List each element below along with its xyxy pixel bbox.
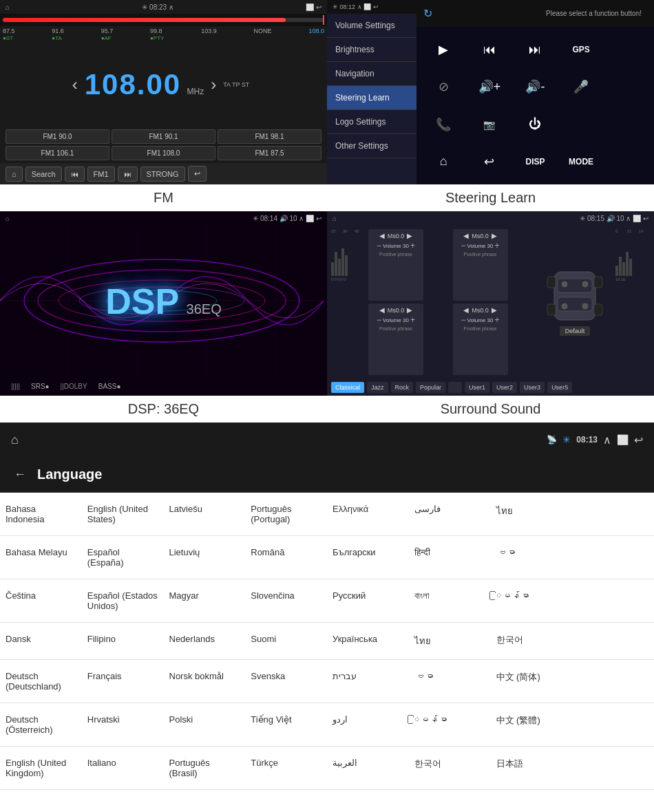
- sidebar-navigation[interactable]: Navigation: [327, 62, 416, 86]
- lang-myanmar-2[interactable]: ြမန်မာ: [409, 703, 491, 747]
- steer-play-btn[interactable]: ▶: [423, 34, 464, 65]
- z2-minus[interactable]: −: [461, 241, 466, 250]
- steer-voldown-btn[interactable]: 🔊-: [515, 71, 556, 103]
- tab-rock[interactable]: Rock: [391, 382, 414, 393]
- sidebar-volume-settings[interactable]: Volume Settings: [327, 14, 416, 38]
- preset-6[interactable]: FM1 87.5: [218, 146, 321, 160]
- z4-next[interactable]: ▶: [492, 306, 497, 314]
- z3-plus[interactable]: +: [410, 315, 415, 325]
- z1-prev[interactable]: ◀: [379, 232, 385, 239]
- lang-burmese-1[interactable]: ဗမာ: [491, 536, 573, 579]
- z3-prev[interactable]: ◀: [379, 306, 385, 314]
- lang-korean-1[interactable]: 한국어: [491, 623, 573, 660]
- tab-jazz[interactable]: Jazz: [367, 382, 388, 393]
- steer-next-btn[interactable]: ⏭: [515, 34, 556, 65]
- fm-next-btn[interactable]: ⏭: [118, 167, 138, 182]
- steer-undo-btn[interactable]: ↩: [470, 146, 510, 178]
- lang-hindi[interactable]: हिन्दी: [409, 536, 491, 579]
- lang-arabic[interactable]: العربية: [327, 747, 409, 790]
- steer-disp-btn[interactable]: DISP: [515, 146, 556, 178]
- lang-dutch[interactable]: Nederlands: [164, 623, 246, 660]
- tab-user3[interactable]: User3: [520, 382, 545, 393]
- lang-urdu[interactable]: اردو: [327, 703, 409, 747]
- lang-slovak[interactable]: Slovenčina: [245, 579, 327, 623]
- lang-portuguese-brazil[interactable]: Português (Brasil): [164, 747, 246, 790]
- lang-english-uk[interactable]: English (United Kingdom): [0, 747, 82, 790]
- surround-default-btn[interactable]: Default: [560, 326, 591, 336]
- z1-minus[interactable]: −: [377, 241, 381, 250]
- lang-greek[interactable]: Ελληνικά: [327, 493, 409, 536]
- fm-home-btn[interactable]: ⌂: [6, 167, 23, 182]
- fm-arrow-right[interactable]: ›: [211, 75, 216, 94]
- tab-user1[interactable]: User1: [465, 382, 489, 393]
- sidebar-other-settings[interactable]: Other Settings: [327, 134, 416, 158]
- lang-espanol-us[interactable]: Español (Estados Unidos): [82, 579, 164, 623]
- lang-espanol-spain[interactable]: Español (España): [82, 536, 164, 579]
- lang-bahasa-melayu[interactable]: Bahasa Melayu: [0, 536, 82, 579]
- z4-minus[interactable]: −: [461, 315, 466, 325]
- fm-arrow-left[interactable]: ‹: [72, 75, 78, 94]
- lang-croatian[interactable]: Hrvatski: [82, 703, 164, 747]
- lang-thai-1[interactable]: ไทย: [491, 493, 573, 536]
- tab-popular[interactable]: Popular: [416, 382, 445, 393]
- lang-hebrew[interactable]: עברית: [327, 660, 409, 703]
- z2-prev[interactable]: ◀: [463, 232, 469, 239]
- lang-lithuanian[interactable]: Lietuvių: [164, 536, 246, 579]
- lang-english-us[interactable]: English (United States): [82, 493, 164, 536]
- z1-plus[interactable]: +: [410, 241, 415, 250]
- lang-home-icon[interactable]: ⌂: [11, 433, 19, 447]
- z4-plus[interactable]: +: [494, 315, 499, 325]
- tab-blank[interactable]: [448, 382, 462, 393]
- z2-next[interactable]: ▶: [492, 232, 497, 239]
- lang-finnish[interactable]: Suomi: [245, 623, 327, 660]
- steer-power-btn[interactable]: ⏻: [515, 109, 556, 140]
- z3-next[interactable]: ▶: [407, 306, 412, 314]
- fm-home-icon[interactable]: ⌂: [6, 3, 10, 11]
- fm-back-btn[interactable]: ↩: [188, 166, 207, 182]
- steer-home-btn[interactable]: ⌂: [423, 146, 464, 178]
- lang-czech[interactable]: Čeština: [0, 579, 82, 623]
- lang-bahasa-indonesia[interactable]: Bahasa Indonesia: [0, 493, 82, 536]
- z2-plus[interactable]: +: [494, 241, 499, 250]
- lang-swedish[interactable]: Svenska: [245, 660, 327, 703]
- lang-chinese-traditional[interactable]: 中文 (繁體): [491, 703, 573, 747]
- tab-user2[interactable]: User2: [492, 382, 517, 393]
- lang-danish[interactable]: Dansk: [0, 623, 82, 660]
- lang-polish[interactable]: Polski: [164, 703, 246, 747]
- steer-mode-btn[interactable]: MODE: [561, 146, 602, 178]
- lang-farsi[interactable]: فارسی: [409, 493, 491, 536]
- steer-mic-btn[interactable]: 🎤: [561, 71, 602, 103]
- lang-myanmar-1[interactable]: ြမန်မာ: [491, 579, 573, 623]
- steer-volup-btn[interactable]: 🔊+: [470, 71, 510, 103]
- lang-korean-2[interactable]: 한국어: [409, 747, 491, 790]
- preset-4[interactable]: FM1 106.1: [6, 146, 109, 160]
- lang-german-de[interactable]: Deutsch (Deutschland): [0, 660, 82, 703]
- lang-norwegian[interactable]: Norsk bokmål: [164, 660, 246, 703]
- lang-latviesu[interactable]: Latviešu: [164, 493, 246, 536]
- preset-3[interactable]: FM1 98.1: [218, 129, 321, 144]
- lang-back-top-icon[interactable]: ↩: [634, 434, 643, 447]
- lang-bulgarian[interactable]: Български: [327, 536, 409, 579]
- lang-portuguese-portugal[interactable]: Português (Portugal): [245, 493, 327, 536]
- tab-user5[interactable]: User5: [547, 382, 572, 393]
- lang-turkish[interactable]: Türkçe: [245, 747, 327, 790]
- tab-classical[interactable]: Classical: [331, 382, 364, 393]
- steer-cam-btn[interactable]: 📷: [470, 109, 510, 140]
- lang-filipino[interactable]: Filipino: [82, 623, 164, 660]
- fm-band-btn[interactable]: FM1: [87, 167, 115, 182]
- steer-mute-btn[interactable]: ⊘: [423, 71, 464, 103]
- preset-2[interactable]: FM1 90.1: [112, 129, 215, 144]
- lang-bengali[interactable]: বাংলা: [409, 579, 491, 623]
- lang-japanese[interactable]: 日本語: [491, 747, 573, 790]
- preset-1[interactable]: FM1 90.0: [6, 129, 109, 144]
- lang-thai-2[interactable]: ไทย: [409, 623, 491, 660]
- lang-hungarian[interactable]: Magyar: [164, 579, 246, 623]
- sidebar-logo-settings[interactable]: Logo Settings: [327, 110, 416, 134]
- lang-back-btn[interactable]: ←: [14, 467, 26, 482]
- z1-next[interactable]: ▶: [407, 232, 412, 239]
- z3-minus[interactable]: −: [377, 315, 381, 325]
- fm-search-btn[interactable]: Search: [25, 167, 62, 182]
- fm-strong-btn[interactable]: STRONG: [140, 167, 185, 182]
- steer-prev-btn[interactable]: ⏮: [470, 34, 510, 65]
- steer-refresh-icon[interactable]: ↻: [423, 7, 432, 20]
